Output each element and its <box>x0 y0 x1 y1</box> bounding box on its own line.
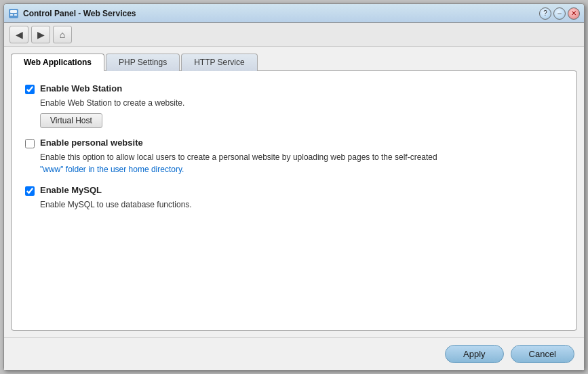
back-button[interactable]: ◀ <box>9 26 28 43</box>
enable-mysql-label: Enable MySQL <box>40 185 102 195</box>
enable-personal-website-checkbox[interactable] <box>25 139 35 148</box>
minimize-button[interactable]: – <box>553 7 566 20</box>
enable-personal-website-group: Enable personal website Enable this opti… <box>25 138 563 175</box>
forward-button[interactable]: ▶ <box>31 26 50 43</box>
tab-web-applications[interactable]: Web Applications <box>11 54 104 71</box>
bottom-bar: Apply Cancel <box>4 337 584 370</box>
enable-personal-website-label: Enable personal website <box>40 138 143 148</box>
enable-mysql-row: Enable MySQL <box>25 185 563 196</box>
window-title: Control Panel - Web Services <box>23 9 539 18</box>
apply-button[interactable]: Apply <box>445 345 504 363</box>
home-button[interactable]: ⌂ <box>53 26 72 43</box>
www-folder-link[interactable]: "www" folder in the user home directory. <box>40 165 184 174</box>
window-icon <box>8 8 19 19</box>
enable-web-station-label: Enable Web Station <box>40 83 122 94</box>
enable-personal-website-desc: Enable this option to allow local users … <box>40 151 563 175</box>
enable-mysql-group: Enable MySQL Enable MySQL to use databas… <box>25 185 563 211</box>
cancel-button[interactable]: Cancel <box>511 345 574 363</box>
tab-bar: Web Applications PHP Settings HTTP Servi… <box>11 54 577 71</box>
tab-content-web-applications: Enable Web Station Enable Web Station to… <box>11 70 577 331</box>
enable-web-station-row: Enable Web Station <box>25 83 563 94</box>
tab-http-service[interactable]: HTTP Service <box>181 54 257 71</box>
enable-web-station-desc: Enable Web Station to create a website. <box>40 97 563 109</box>
svg-rect-1 <box>10 10 17 13</box>
close-button[interactable]: ✕ <box>568 7 580 20</box>
enable-personal-website-row: Enable personal website <box>25 138 563 148</box>
help-button[interactable]: ? <box>539 7 551 20</box>
toolbar: ◀ ▶ ⌂ <box>4 23 584 47</box>
virtual-host-button[interactable]: Virtual Host <box>40 113 102 128</box>
main-window: Control Panel - Web Services ? – ✕ ◀ ▶ ⌂… <box>3 3 585 371</box>
enable-mysql-desc: Enable MySQL to use database functions. <box>40 199 563 211</box>
title-bar-buttons: ? – ✕ <box>539 7 580 20</box>
enable-web-station-checkbox[interactable] <box>25 85 35 94</box>
enable-mysql-checkbox[interactable] <box>25 186 35 196</box>
tab-php-settings[interactable]: PHP Settings <box>106 54 180 71</box>
title-bar: Control Panel - Web Services ? – ✕ <box>4 4 584 23</box>
content-area: Web Applications PHP Settings HTTP Servi… <box>4 47 584 337</box>
enable-web-station-group: Enable Web Station Enable Web Station to… <box>25 83 563 128</box>
svg-rect-2 <box>10 14 13 16</box>
svg-rect-3 <box>14 14 17 16</box>
